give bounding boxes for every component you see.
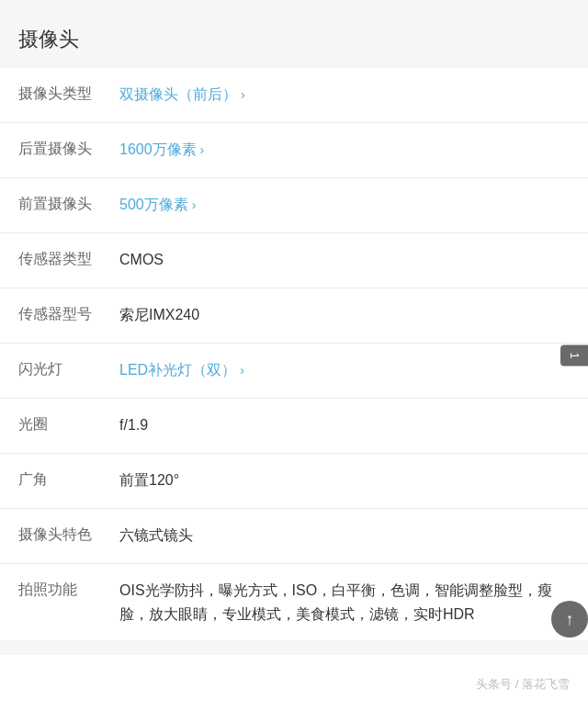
watermark: 头条号 / 落花飞雪 (476, 676, 570, 693)
row-value: f/1.9 (119, 413, 570, 437)
row-label: 摄像头类型 (18, 83, 119, 104)
row-label: 传感器类型 (18, 248, 119, 269)
row-label: 摄像头特色 (18, 524, 119, 545)
row-value[interactable]: LED补光灯（双）› (119, 358, 570, 382)
row-label: 光圈 (18, 413, 119, 434)
row-value: OIS光学防抖，曝光方式，ISO，白平衡，色调，智能调整脸型，瘦脸，放大眼睛，专… (119, 579, 570, 626)
table-row: 摄像头特色六镜式镜头 (0, 509, 588, 564)
row-label: 前置摄像头 (18, 193, 119, 214)
page-container: 摄像头 摄像头类型双摄像头（前后）›后置摄像头1600万像素›前置摄像头500万… (0, 0, 588, 655)
camera-section: 摄像头 摄像头类型双摄像头（前后）›后置摄像头1600万像素›前置摄像头500万… (0, 15, 588, 640)
table-row: 摄像头类型双摄像头（前后）› (0, 68, 588, 123)
row-value[interactable]: 双摄像头（前后）› (119, 83, 570, 107)
row-label: 广角 (18, 468, 119, 490)
watermark-prefix: 头条号 / (476, 677, 522, 691)
table-row: 拍照功能OIS光学防抖，曝光方式，ISO，白平衡，色调，智能调整脸型，瘦脸，放大… (0, 564, 588, 640)
row-value: CMOS (119, 248, 570, 272)
row-label: 闪光灯 (18, 358, 119, 379)
compare-button[interactable]: 1对比 (560, 344, 588, 366)
table-row: 后置摄像头1600万像素› (0, 123, 588, 178)
table-row: 前置摄像头500万像素› (0, 178, 588, 233)
row-value: 六镜式镜头 (119, 524, 570, 547)
row-value[interactable]: 1600万像素› (119, 138, 570, 162)
up-icon: ↑ (566, 610, 574, 629)
scroll-up-button[interactable]: ↑ (551, 601, 588, 638)
chevron-icon: › (240, 360, 244, 380)
table-row: 闪光灯LED补光灯（双）› (0, 344, 588, 399)
table-row: 光圈f/1.9 (0, 399, 588, 454)
row-value: 索尼IMX240 (119, 303, 570, 327)
watermark-suffix: 落花飞雪 (522, 677, 570, 691)
chevron-icon: › (200, 140, 205, 160)
row-value[interactable]: 500万像素› (119, 193, 570, 217)
section-title: 摄像头 (0, 15, 588, 68)
row-label: 后置摄像头 (18, 138, 119, 159)
row-label: 拍照功能 (18, 579, 119, 600)
table-row: 传感器型号索尼IMX240 (0, 288, 588, 344)
table-row: 传感器类型CMOS (0, 233, 588, 288)
chevron-icon: › (241, 85, 245, 105)
chevron-icon: › (192, 195, 197, 215)
row-label: 传感器型号 (18, 303, 119, 324)
row-value: 前置120° (119, 468, 570, 492)
table-row: 广角前置120° (0, 454, 588, 509)
